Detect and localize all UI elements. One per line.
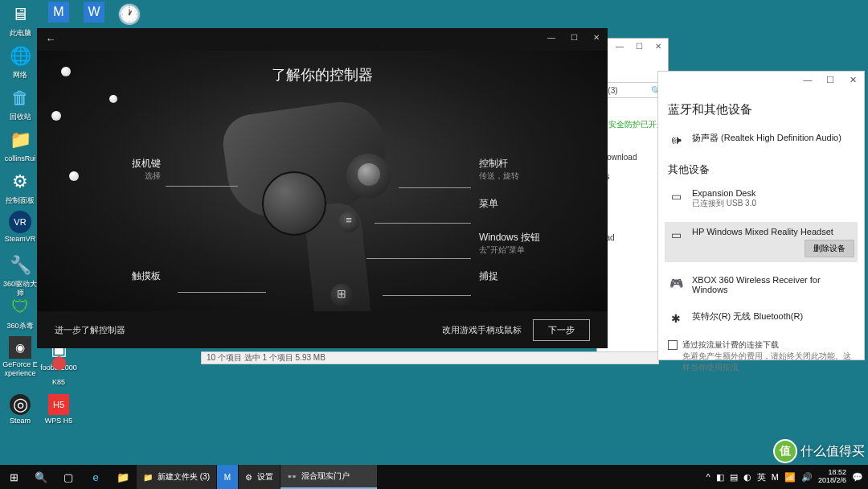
explorer-button[interactable]: 📁 — [109, 465, 137, 489]
maximize-icon[interactable]: ☐ — [563, 28, 585, 46]
metered-note: 通过按流量计费的连接下载 免避免产生额外的费用，请始终关闭此功能。这样当你使用按… — [668, 339, 854, 373]
desktop-icon-thispc[interactable]: 🖥此电脑 — [2, 2, 39, 38]
pc-icon: 🖥 — [7, 2, 33, 27]
search-button[interactable]: 🔍 — [27, 465, 55, 489]
mixed-reality-window[interactable]: ← — ☐ ✕ 了解你的控制器 扳机键选择 触摸 — [37, 28, 608, 348]
back-button[interactable]: ← — [37, 28, 64, 49]
volume-icon[interactable]: 🔊 — [801, 472, 813, 483]
gamepad-icon: 🎮 — [668, 275, 684, 291]
remove-device-button[interactable]: 删除设备 — [805, 240, 854, 257]
maximize-icon[interactable]: ☐ — [629, 39, 649, 53]
device-row[interactable]: 🎮 XBOX 360 Wireless Receiver for Windows — [668, 272, 854, 298]
wps-icon: H5 — [48, 394, 69, 415]
close-icon[interactable]: ✕ — [585, 28, 608, 46]
w-icon: W — [84, 2, 104, 23]
minimize-icon[interactable]: — — [540, 28, 563, 46]
device-row[interactable]: ▭ Expansion Desk已连接到 USB 3.0 — [668, 185, 854, 212]
watermark: 值 什么值得买 — [773, 439, 865, 463]
taskbar-item-maxthon[interactable]: M — [217, 465, 238, 489]
maximize-icon[interactable]: ☐ — [819, 72, 841, 88]
gear-icon: ⚙ — [7, 169, 33, 195]
watermark-text: 什么值得买 — [800, 443, 865, 460]
desktop-icon-steam[interactable]: ◎Steam — [2, 394, 39, 425]
controller-windows-button — [330, 284, 353, 306]
controller-touchpad — [262, 171, 326, 236]
settings-title: 蓝牙和其他设备 — [668, 102, 854, 117]
checkbox-icon[interactable] — [668, 340, 678, 350]
edge-button[interactable]: e — [82, 465, 109, 489]
section-other-devices: 其他设备 — [668, 162, 854, 177]
mr-title: 了解你的控制器 — [37, 65, 608, 84]
tray-icon[interactable]: ◐ — [743, 472, 751, 483]
explorer-statusbar: 10 个项目 选中 1 个项目 5.93 MB — [201, 351, 659, 364]
desktop-icon-network[interactable]: 🌐网络 — [2, 43, 39, 80]
wrench-icon: 🔧 — [7, 253, 33, 278]
vr-icon: VR — [9, 211, 31, 233]
notification-icon[interactable]: 💬 — [852, 472, 863, 483]
chevron-up-icon[interactable]: ^ — [706, 472, 710, 482]
close-icon[interactable]: ✕ — [841, 72, 864, 88]
gear-icon: ⚙ — [245, 473, 252, 482]
annot-windows: Windows 按钮去"开始"菜单 — [479, 231, 540, 256]
hex-icon: ⬢ — [46, 351, 72, 376]
device-row-audio[interactable]: 🕪 扬声器 (Realtek High Definition Audio) — [668, 129, 854, 151]
desktop-icon-wps[interactable]: H5WPS H5 — [40, 394, 77, 425]
clock-icon: 🕐 — [117, 2, 142, 27]
ime-icon[interactable]: M — [772, 472, 779, 482]
next-button[interactable]: 下一步 — [533, 319, 590, 341]
maxthon-icon: M — [48, 2, 69, 23]
clock[interactable]: 18:52 2018/2/6 — [818, 469, 846, 485]
desktop-icon-gf[interactable]: ◉GeForce Experience — [2, 336, 39, 378]
steam-icon: ◎ — [10, 394, 31, 415]
tray-icon[interactable]: ◧ — [716, 472, 724, 483]
minimize-icon[interactable]: — — [610, 39, 629, 53]
security-status: ● 安全防护已开启 — [601, 119, 665, 130]
desktop-icon-clock[interactable]: 🕐 — [111, 2, 148, 29]
drive-icon: ▭ — [668, 188, 684, 204]
tray-icon[interactable]: ▤ — [730, 472, 738, 483]
taskbar-item-settings[interactable]: ⚙设置 — [239, 465, 280, 489]
annot-menu: 菜单 — [479, 197, 498, 211]
taskbar[interactable]: ⊞ 🔍 ▢ e 📁 📁新建文件夹 (3) M ⚙设置 👓混合现实门户 ^ ◧ ▤… — [0, 465, 868, 489]
taskbar-item-mrportal[interactable]: 👓混合现实门户 — [280, 465, 377, 489]
close-icon[interactable]: ✕ — [649, 39, 668, 53]
shield-icon: 🛡 — [7, 294, 33, 320]
taskbar-item-folder[interactable]: 📁新建文件夹 (3) — [137, 465, 216, 489]
settings-window[interactable]: — ☐ ✕ 蓝牙和其他设备 🕪 扬声器 (Realtek High Defini… — [657, 71, 865, 360]
geforce-icon: ◉ — [9, 336, 31, 359]
desktop-icon-steamvr[interactable]: VRSteamVR — [2, 211, 39, 244]
desktop-icon-antivirus[interactable]: 🛡360杀毒 — [2, 294, 39, 331]
controller-thumbstick — [358, 163, 380, 186]
tray[interactable]: ^ ◧ ▤ ◐ 英 M 📶 🔊 18:52 2018/2/6 💬 — [706, 469, 868, 485]
minimize-icon[interactable]: — — [796, 72, 819, 88]
desktop-icon-driver[interactable]: 🔧360驱动大师 — [2, 253, 39, 298]
desktop-icon-recycle[interactable]: 🗑回收站 — [2, 85, 39, 121]
network-icon: 🌐 — [7, 43, 33, 69]
controller-menu-button — [338, 212, 359, 232]
watermark-badge: 值 — [773, 439, 797, 463]
learn-more-link[interactable]: 进一步了解控制器 — [55, 324, 125, 336]
folder-icon: 📁 — [143, 473, 153, 482]
device-row[interactable]: ✱ 英特尔(R) 无线 Bluetooth(R) — [668, 307, 854, 330]
headset-icon: 👓 — [287, 472, 297, 481]
desktop-icon-maxthon[interactable]: M — [40, 2, 77, 24]
folder-icon: 📁 — [7, 127, 33, 153]
annot-trigger: 扳机键选择 — [132, 157, 161, 182]
annot-stick: 控制杆传送，旋转 — [479, 157, 519, 182]
desktop-icon-w[interactable]: W — [76, 2, 113, 24]
maxthon-icon: M — [224, 473, 231, 482]
wifi-icon[interactable]: 📶 — [784, 472, 796, 483]
ime-icon[interactable]: 英 — [757, 471, 766, 483]
desktop-icon-k85b[interactable]: ⬢K85 — [40, 351, 77, 387]
annot-touchpad: 触摸板 — [132, 269, 161, 283]
speaker-icon: 🕪 — [668, 132, 684, 148]
desktop-icon-control[interactable]: ⚙控制面板 — [2, 169, 39, 205]
annot-grab: 捕捉 — [479, 269, 498, 283]
alt-input-link[interactable]: 改用游戏手柄或鼠标 — [442, 324, 522, 336]
desktop-icon-user[interactable]: 📁collinsRui — [2, 127, 39, 163]
taskview-button[interactable]: ▢ — [55, 465, 82, 489]
start-button[interactable]: ⊞ — [0, 465, 27, 489]
device-row-selected[interactable]: ▭ HP Windows Mixed Reality Headset 删除设备 — [665, 222, 858, 262]
controller-diagram — [37, 51, 608, 311]
bluetooth-icon: ✱ — [668, 310, 684, 327]
